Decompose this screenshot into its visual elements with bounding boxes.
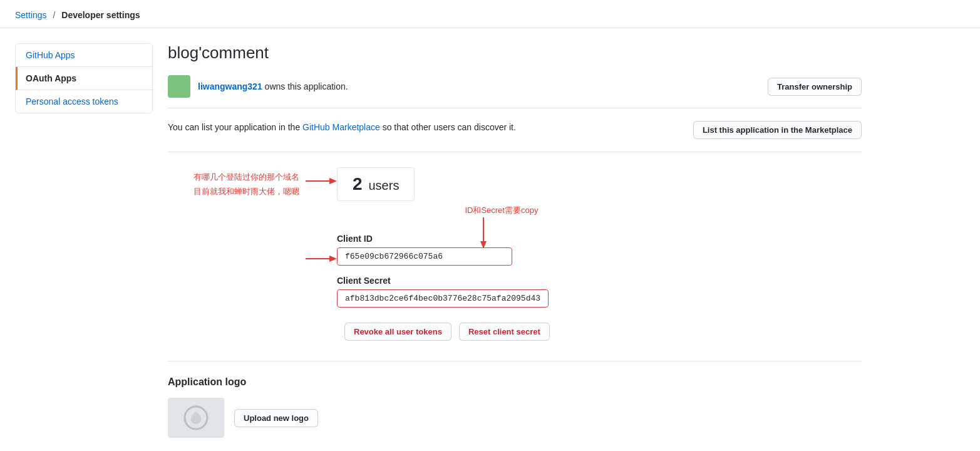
secret-annotation-area: ID和Secret需要copy: [465, 205, 538, 216]
svg-marker-5: [329, 256, 337, 262]
svg-marker-1: [329, 178, 337, 184]
marketplace-text-suffix: so that other users can discover it.: [380, 122, 516, 132]
logo-section-title: Application logo: [168, 376, 862, 388]
sidebar-item-github-apps[interactable]: GitHub Apps: [16, 44, 152, 67]
section-divider: [168, 361, 862, 361]
upload-logo-button[interactable]: Upload new logo: [234, 409, 318, 427]
sidebar-item-oauth-apps[interactable]: OAuth Apps: [16, 67, 152, 90]
logo-placeholder-icon: [181, 403, 211, 433]
sidebar: GitHub Apps OAuth Apps Personal access t…: [15, 43, 153, 113]
github-marketplace-link[interactable]: GitHub Marketplace: [302, 122, 380, 132]
owner-text: liwangwang321 owns this application.: [198, 81, 348, 91]
client-secret-row: Client Secret afb813dbc2ce6f4bec0b3776e2…: [168, 276, 862, 308]
users-count: 2: [353, 174, 363, 194]
breadcrumb-separator: /: [53, 10, 55, 20]
breadcrumb: Settings / Developer settings: [0, 0, 980, 28]
logo-section: Application logo Upload new logo: [168, 376, 862, 438]
owner-avatar: [168, 75, 190, 98]
list-marketplace-button[interactable]: List this application in the Marketplace: [693, 121, 862, 139]
action-buttons: Revoke all user tokens Reset client secr…: [168, 323, 862, 341]
fields-section: Client ID f65e09cb672966c075a6 Client Se…: [168, 234, 862, 308]
marketplace-text: You can list your application in the Git…: [168, 121, 516, 134]
marketplace-text-prefix: You can list your application in the: [168, 122, 302, 132]
sidebar-item-personal-access-tokens[interactable]: Personal access tokens: [16, 90, 152, 113]
users-annotation-line1: 有哪几个登陆过你的那个域名: [168, 170, 299, 184]
breadcrumb-current: Developer settings: [61, 10, 140, 20]
secret-arrow-down: [477, 217, 490, 251]
users-section: 有哪几个登陆过你的那个域名 目前就我和蝉时雨大佬，嗯嗯 2 users ID和S…: [168, 167, 862, 216]
users-annotation-line2: 目前就我和蝉时雨大佬，嗯嗯: [168, 184, 299, 199]
marketplace-row: You can list your application in the Git…: [168, 121, 862, 152]
users-label: users: [368, 179, 399, 192]
client-secret-value[interactable]: afb813dbc2ce6f4bec0b3776e28c75afa2095d43: [337, 289, 549, 308]
users-box: 2 users: [337, 167, 415, 201]
action-buttons-spacer: [168, 323, 337, 341]
revoke-tokens-button[interactable]: Revoke all user tokens: [344, 323, 451, 341]
main-content: blog'comment liwangwang321 owns this app…: [168, 43, 862, 438]
logo-area: Upload new logo: [168, 398, 862, 438]
settings-link[interactable]: Settings: [15, 10, 47, 20]
client-secret-label: Client Secret: [337, 276, 549, 286]
svg-marker-3: [480, 241, 487, 249]
users-arrow: [306, 167, 337, 187]
client-secret-field: Client Secret afb813dbc2ce6f4bec0b3776e2…: [337, 276, 549, 308]
page-layout: GitHub Apps OAuth Apps Personal access t…: [0, 28, 877, 451]
owner-info: liwangwang321 owns this application.: [168, 75, 348, 98]
logo-placeholder: [168, 398, 224, 438]
reset-secret-button[interactable]: Reset client secret: [459, 323, 550, 341]
app-title: blog'comment: [168, 43, 862, 63]
client-id-row: Client ID f65e09cb672966c075a6: [168, 234, 862, 266]
transfer-ownership-button[interactable]: Transfer ownership: [768, 78, 862, 96]
secret-annotation-text: ID和Secret需要copy: [465, 205, 538, 215]
client-id-arrow: [306, 252, 337, 265]
users-annotation: 有哪几个登陆过你的那个域名 目前就我和蝉时雨大佬，嗯嗯: [168, 167, 306, 199]
ownership-row: liwangwang321 owns this application. Tra…: [168, 75, 862, 108]
owner-name: liwangwang321: [198, 81, 262, 91]
owner-suffix: owns this application.: [262, 81, 348, 91]
